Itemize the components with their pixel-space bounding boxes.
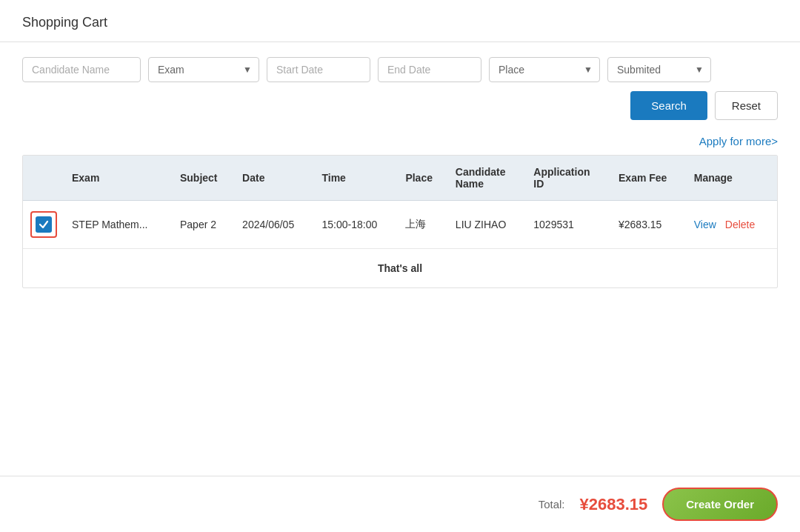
- table-header-row: Exam Subject Date Time Place CandidateNa…: [23, 156, 777, 201]
- row-candidate-name: LIU ZIHAO: [448, 201, 526, 249]
- col-place: Place: [398, 156, 447, 201]
- checkbox-wrapper[interactable]: [30, 211, 57, 238]
- shopping-cart-table: Exam Subject Date Time Place CandidateNa…: [23, 156, 777, 249]
- start-date-input[interactable]: [267, 57, 370, 82]
- create-order-button[interactable]: Create Order: [662, 488, 778, 521]
- col-exam-fee: Exam Fee: [611, 156, 687, 201]
- row-subject: Paper 2: [173, 201, 235, 249]
- place-select[interactable]: Place: [489, 57, 600, 82]
- reset-button[interactable]: Reset: [715, 91, 778, 120]
- apply-more-link[interactable]: Apply for more>: [699, 135, 778, 147]
- end-message: That's all: [23, 249, 777, 287]
- place-select-wrapper: Place ▼: [489, 57, 600, 82]
- total-amount: ¥2683.15: [580, 495, 648, 514]
- col-date: Date: [235, 156, 314, 201]
- candidate-name-input[interactable]: [22, 57, 141, 82]
- delete-link[interactable]: Delete: [725, 219, 755, 230]
- row-place: 上海: [398, 201, 447, 249]
- total-label: Total:: [539, 498, 565, 511]
- row-date: 2024/06/05: [235, 201, 314, 249]
- col-subject: Subject: [173, 156, 235, 201]
- table-wrapper: Exam Subject Date Time Place CandidateNa…: [22, 155, 778, 288]
- row-time: 15:00-18:00: [314, 201, 398, 249]
- row-application-id: 1029531: [526, 201, 611, 249]
- col-exam: Exam: [64, 156, 173, 201]
- status-select-wrapper: Submited Pending Paid ▼: [607, 57, 711, 82]
- col-application-id: ApplicationID: [526, 156, 611, 201]
- col-candidate-name: CandidateName: [448, 156, 526, 201]
- page-title: Shopping Cart: [22, 15, 778, 30]
- footer-bar: Total: ¥2683.15 Create Order: [0, 476, 800, 532]
- exam-select-wrapper: Exam ▼: [148, 57, 259, 82]
- search-button[interactable]: Search: [630, 91, 707, 120]
- action-button-row: Search Reset: [22, 91, 778, 120]
- end-date-input[interactable]: [378, 57, 481, 82]
- view-link[interactable]: View: [694, 219, 716, 230]
- apply-more-row: Apply for more>: [22, 135, 778, 147]
- row-checkbox-cell[interactable]: [23, 201, 64, 249]
- table-row: STEP Mathem... Paper 2 2024/06/05 15:00-…: [23, 201, 777, 249]
- col-manage: Manage: [687, 156, 777, 201]
- exam-select[interactable]: Exam: [148, 57, 259, 82]
- checkbox-checked: [36, 216, 52, 233]
- filter-row: Exam ▼ Place ▼ Submited Pending Paid ▼: [22, 57, 778, 82]
- row-exam-fee: ¥2683.15: [611, 201, 687, 249]
- status-select[interactable]: Submited Pending Paid: [607, 57, 711, 82]
- row-exam: STEP Mathem...: [64, 201, 173, 249]
- col-time: Time: [314, 156, 398, 201]
- row-manage: View Delete: [687, 201, 777, 249]
- col-checkbox: [23, 156, 64, 201]
